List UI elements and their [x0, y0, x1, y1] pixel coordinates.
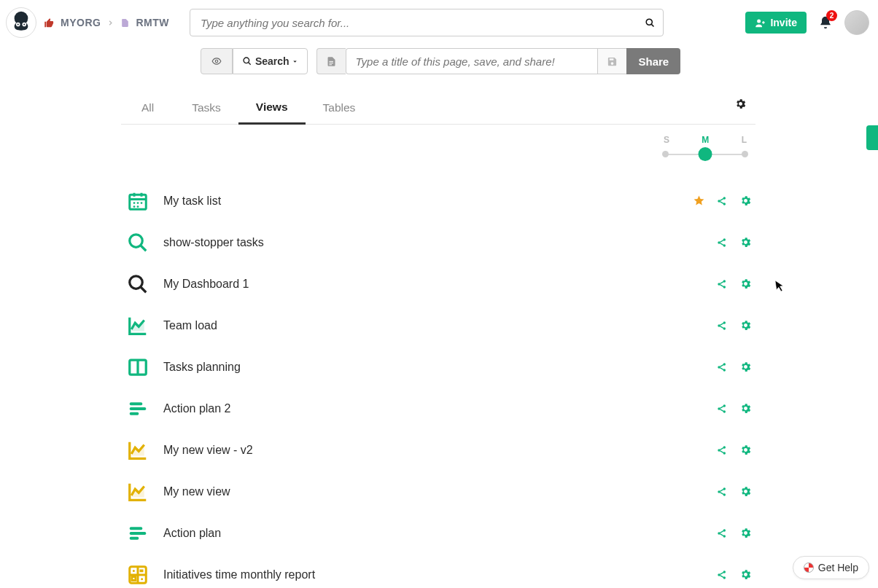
chevron-right-icon [106, 19, 114, 27]
gear-icon[interactable] [739, 361, 755, 373]
tab-tasks[interactable]: Tasks [174, 95, 238, 123]
size-tick-s[interactable] [662, 151, 669, 157]
view-row-actions [716, 278, 755, 290]
svg-point-66 [133, 569, 135, 571]
page-title-input[interactable] [346, 48, 597, 74]
visibility-button[interactable] [201, 48, 233, 74]
view-row[interactable]: show-stopper tasks [121, 222, 755, 263]
view-row[interactable]: My new view [121, 471, 755, 512]
view-name: My new view - v2 [163, 444, 703, 457]
user-avatar[interactable] [844, 10, 869, 35]
topbar-right: Invite 2 [745, 10, 869, 35]
gear-icon[interactable] [739, 236, 755, 248]
chart-icon [125, 479, 150, 504]
svg-rect-13 [330, 63, 334, 63]
gear-icon[interactable] [739, 278, 755, 290]
gear-icon[interactable] [739, 485, 755, 498]
view-name: Action plan 2 [163, 402, 703, 415]
tab-all[interactable]: All [121, 95, 174, 123]
main-content: All Tasks Views Tables S M L My task lis… [121, 95, 755, 588]
size-knob[interactable] [699, 147, 712, 161]
gear-icon[interactable] [739, 527, 755, 539]
topbar: MYORG RMTW Invite 2 [0, 0, 878, 42]
view-row[interactable]: My task list [121, 180, 755, 222]
gear-icon [734, 98, 747, 110]
breadcrumb-org[interactable]: MYORG [61, 17, 101, 28]
share-icon[interactable] [716, 361, 732, 373]
svg-point-6 [646, 19, 652, 25]
svg-point-4 [18, 24, 19, 26]
share-icon[interactable] [716, 278, 732, 290]
share-icon[interactable] [716, 569, 732, 581]
size-label-l: L [742, 135, 747, 145]
share-icon[interactable] [716, 486, 732, 498]
breadcrumb-page[interactable]: RMTW [136, 17, 169, 28]
bars-icon [125, 396, 150, 421]
view-row[interactable]: Initiatives time monthly report [121, 554, 755, 588]
thumbs-up-icon [44, 17, 55, 28]
tab-views[interactable]: Views [238, 95, 306, 125]
svg-line-28 [141, 246, 146, 251]
page-icon [120, 17, 130, 28]
chart-icon [125, 313, 150, 338]
notifications-button[interactable]: 2 [818, 15, 833, 31]
view-row-actions [716, 568, 755, 581]
svg-point-8 [758, 19, 761, 23]
page-toolbar: Search Share [201, 48, 878, 74]
svg-rect-59 [130, 536, 139, 539]
notification-count: 2 [826, 10, 837, 21]
view-name: Initiatives time monthly report [163, 568, 703, 581]
view-name: My Dashboard 1 [163, 278, 703, 291]
global-search[interactable] [190, 9, 664, 36]
svg-point-27 [130, 234, 143, 247]
gear-icon[interactable] [739, 319, 755, 332]
gear-icon[interactable] [739, 444, 755, 456]
svg-point-10 [244, 58, 249, 63]
view-row-actions [716, 444, 755, 456]
view-row[interactable]: Team load [121, 305, 755, 346]
tabs-settings-button[interactable] [734, 98, 747, 110]
size-tick-l[interactable] [742, 151, 748, 157]
share-icon[interactable] [716, 320, 732, 332]
save-button[interactable] [597, 48, 626, 74]
svg-point-23 [137, 205, 139, 208]
right-edge-tab[interactable] [866, 125, 878, 150]
global-search-input[interactable] [201, 17, 645, 29]
share-icon[interactable] [716, 195, 732, 207]
view-row[interactable]: Action plan [121, 512, 755, 554]
gear-icon[interactable] [739, 402, 755, 415]
svg-line-33 [141, 287, 146, 292]
svg-rect-67 [140, 569, 144, 572]
size-label-m: M [702, 135, 709, 145]
get-help-button[interactable]: Get Help [793, 556, 869, 579]
svg-point-32 [130, 275, 143, 289]
search-dropdown-button[interactable]: Search [233, 48, 308, 74]
view-row-actions [716, 361, 755, 373]
tab-tables[interactable]: Tables [306, 95, 373, 123]
gear-icon[interactable] [739, 195, 755, 207]
share-icon[interactable] [716, 237, 732, 248]
star-icon[interactable] [693, 195, 709, 207]
share-icon[interactable] [716, 528, 732, 539]
invite-button[interactable]: Invite [745, 12, 807, 34]
share-icon[interactable] [716, 444, 732, 456]
grid4-icon [125, 562, 150, 587]
svg-rect-46 [130, 407, 147, 410]
svg-point-9 [215, 60, 218, 63]
svg-point-22 [133, 205, 136, 208]
view-row[interactable]: Tasks planning [121, 346, 755, 388]
share-icon[interactable] [716, 403, 732, 415]
size-slider-track[interactable] [662, 146, 748, 162]
gear-icon[interactable] [739, 568, 755, 581]
search-icon[interactable] [645, 17, 656, 28]
share-button[interactable]: Share [626, 48, 680, 74]
view-row[interactable]: My Dashboard 1 [121, 263, 755, 305]
view-row[interactable]: My new view - v2 [121, 429, 755, 471]
view-search-group: Search [201, 48, 308, 74]
app-logo[interactable] [6, 7, 36, 38]
search-icon [125, 230, 150, 255]
size-slider[interactable]: S M L [662, 135, 748, 162]
page-type-button[interactable] [316, 48, 346, 74]
view-name: Tasks planning [163, 361, 703, 374]
view-row[interactable]: Action plan 2 [121, 388, 755, 429]
